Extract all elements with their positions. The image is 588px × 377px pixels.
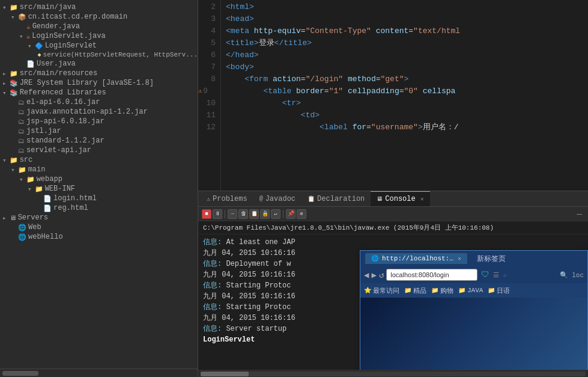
tab-label: Console — [385, 195, 415, 203]
code-content[interactable]: <html> <head> <meta http-equiv="Content-… — [221, 0, 588, 191]
tree-item-javax-annotation[interactable]: 🗂 javax.annotation-api-1.2.jar — [0, 107, 198, 117]
tree-item-reg-html[interactable]: 📄 reg.html — [0, 203, 198, 213]
tree-item-el-api[interactable]: 🗂 el-api-6.0.16.jar — [0, 97, 198, 107]
tree-item-jstl[interactable]: 🗂 jstl.jar — [0, 126, 198, 136]
code-line-10: <tr> — [226, 97, 588, 109]
forward-button[interactable]: ▶ — [371, 270, 376, 280]
console-text: 九月 04, 2015 10:16:16 — [203, 314, 296, 322]
bookmark-zuichang[interactable]: ⭐ 最常访问 — [364, 286, 399, 295]
tab-label: Javadoc — [265, 195, 296, 203]
minimize-button[interactable]: — — [575, 209, 584, 219]
browser-tab-newtab[interactable]: 新标签页 — [471, 252, 512, 266]
tree-item-servers[interactable]: 🖥 Servers — [0, 213, 198, 222]
console-text: 九月 04, 2015 10:16:16 — [203, 292, 296, 301]
tree-item-src[interactable]: 📁 src — [0, 155, 198, 165]
tree-item-service[interactable]: ◆ service(HttpServletRequest, HttpServ..… — [0, 51, 198, 59]
tree-item-webhello[interactable]: 🌐 webHello — [0, 232, 198, 242]
pin-button[interactable]: 📌 — [286, 209, 296, 219]
tab-declaration[interactable]: 📋 Declaration — [302, 191, 371, 206]
code-editor: 2 3 4 5 6 7 8 ⚠9 10 11 12 <html> <head> … — [198, 0, 588, 191]
tree-item-src-main-java[interactable]: 📁 src/main/java — [0, 2, 198, 12]
tree-item-resources[interactable]: 📁 src/main/resources — [0, 69, 198, 78]
jar-icon: 🗂 — [18, 147, 25, 155]
tree-label: javax.annotation-api-1.2.jar — [26, 108, 148, 116]
bookmark-jingpin[interactable]: 📁 精品 — [404, 286, 426, 295]
tab-javadoc[interactable]: @ Javadoc — [253, 191, 302, 206]
menu-icon[interactable]: ☰ — [493, 271, 499, 279]
bookmarks-bar: ⭐ 最常访问 📁 精品 📁 购物 📁 JAVA — [360, 283, 587, 298]
tree-label: src — [20, 156, 33, 164]
tab-close-icon[interactable]: ✕ — [420, 195, 424, 203]
tab-problems[interactable]: ⚠ Problems — [201, 191, 253, 206]
tree-label: src/main/java — [20, 3, 76, 11]
tab-console[interactable]: 🖥 Console ✕ — [371, 191, 429, 206]
ssl-icon: 🛡 — [481, 270, 489, 280]
folder-icon: 📁 — [18, 166, 26, 174]
bookmark-japanese[interactable]: 📁 日语 — [488, 286, 510, 295]
tree-label: LoginServlet.java — [32, 32, 105, 40]
console-text: Server startup — [226, 325, 286, 333]
console-text: 九月 04, 2015 10:16:16 — [203, 249, 296, 257]
line-numbers: 2 3 4 5 6 7 8 ⚠9 10 11 12 — [198, 0, 221, 191]
bookmark-java[interactable]: 📁 JAVA — [458, 287, 483, 294]
code-line-8: <form action="/login" method="get"> — [226, 73, 588, 85]
browser-tab-active[interactable]: 🌐 http://localhost:8080/login ✕ — [365, 253, 467, 264]
search-input-icon[interactable]: 🔍 loc — [509, 271, 584, 279]
tree-label: jsp-api-6.0.18.jar — [26, 117, 105, 126]
browser-addressbar: ◀ ▶ ↺ 🛡 ☰ ☆ 🔍 loc — [360, 266, 587, 283]
console-toolbar: ■ ⏸ → 🗑 📋 🔒 ↵ 📌 ⊕ — — [198, 207, 588, 221]
tree-item-ref-libraries[interactable]: 📚 Referenced Libraries — [0, 88, 198, 97]
step-button[interactable]: → — [228, 209, 237, 219]
browser-tab-close-icon[interactable]: ✕ — [458, 255, 461, 262]
tree-item-web[interactable]: 🌐 Web — [0, 222, 198, 232]
scroll-lock-button[interactable]: 🔒 — [260, 209, 270, 219]
console-text: Deployment of w — [226, 260, 291, 268]
folder-icon: 📁 — [458, 287, 465, 294]
word-wrap-button[interactable]: ↵ — [271, 209, 280, 219]
class-icon: 🔷 — [35, 42, 43, 50]
bookmark-gouwu[interactable]: 📁 购物 — [431, 286, 453, 295]
browser-titlebar: 🌐 http://localhost:8080/login ✕ 新标签页 — [360, 251, 587, 266]
warning-icon: ⚠ — [198, 85, 202, 97]
console-hscroll[interactable] — [198, 370, 588, 377]
folder-open-icon — [2, 156, 7, 164]
javadoc-icon: @ — [259, 195, 263, 202]
browser-window: 🌐 http://localhost:8080/login ✕ 新标签页 ◀ ▶… — [360, 250, 588, 370]
tree-item-web-inf[interactable]: 📁 WEB-INF — [0, 184, 198, 194]
folder-open-icon — [19, 32, 23, 40]
tree-item-jsp-api[interactable]: 🗂 jsp-api-6.0.18.jar — [0, 117, 198, 126]
tree-item-servlet-api[interactable]: 🗂 servlet-api.jar — [0, 146, 198, 155]
tree-item-main[interactable]: 📁 main — [0, 165, 198, 174]
tab-bar: ⚠ Problems @ Javadoc 📋 Declaration 🖥 Con… — [198, 191, 588, 207]
console-text: 九月 04, 2015 10:16:16 — [203, 271, 296, 279]
toolbar-separator — [225, 210, 225, 218]
tree-item-loginservlet-java[interactable]: ☕ LoginServlet.java — [0, 31, 198, 41]
address-input[interactable] — [386, 269, 477, 281]
tree-item-jre[interactable]: 📚 JRE System Library [JavaSE-1.8] — [0, 78, 198, 88]
tree-item-webapp[interactable]: 📁 webapp — [0, 174, 198, 184]
copy-button[interactable]: 📋 — [249, 209, 259, 219]
bookmark-label: 日语 — [497, 286, 510, 295]
refresh-button[interactable]: ↺ — [379, 270, 384, 280]
web-icon: 🌐 — [18, 233, 26, 241]
clear-button[interactable]: 🗑 — [238, 209, 248, 219]
info-label: 信息: — [203, 281, 226, 290]
tree-item-login-html[interactable]: 📄 login.html — [0, 194, 198, 203]
info-label: 信息: — [203, 325, 226, 333]
stop-button[interactable]: ■ — [202, 209, 211, 219]
star-icon[interactable]: ☆ — [503, 271, 507, 279]
tree-item-user[interactable]: 📄 User.java — [0, 59, 198, 69]
tree-item-standard[interactable]: 🗂 standard-1.1.2.jar — [0, 136, 198, 146]
browser-tab-icon: 🌐 — [371, 255, 378, 262]
folder-open-icon — [28, 185, 32, 193]
tree-hscroll[interactable] — [0, 369, 198, 377]
back-button[interactable]: ◀ — [364, 270, 369, 280]
declaration-icon: 📋 — [308, 195, 315, 203]
tree-item-package[interactable]: 📦 cn.itcast.cd.erp.domain — [0, 12, 198, 22]
open-button[interactable]: ⊕ — [297, 209, 306, 219]
tree-item-gender[interactable]: ☕ Gender.java — [0, 22, 198, 31]
console-icon: 🖥 — [377, 195, 383, 203]
pause-button[interactable]: ⏸ — [213, 209, 222, 219]
tree-item-loginservlet[interactable]: 🔷 LoginServlet — [0, 41, 198, 51]
tab-label: Declaration — [317, 195, 365, 203]
